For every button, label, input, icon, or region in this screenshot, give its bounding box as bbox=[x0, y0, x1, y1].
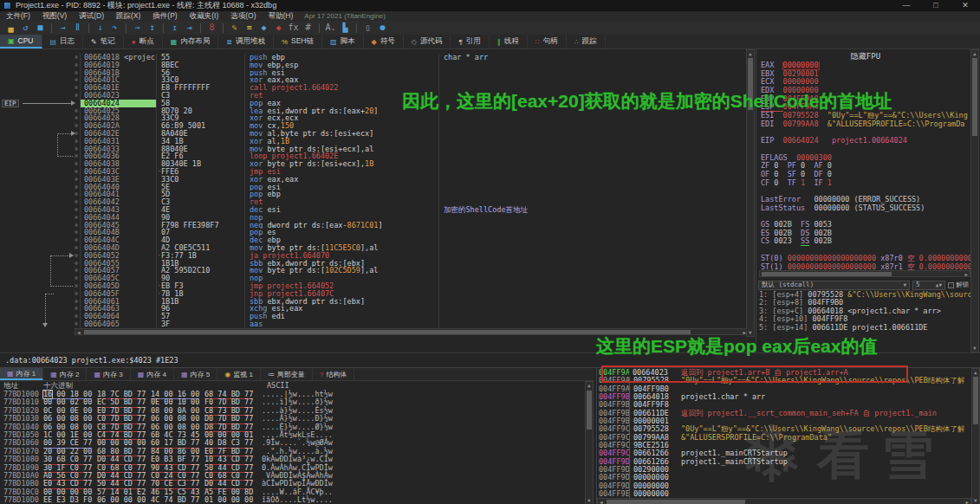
disasm-row[interactable]: 006640198BECmov ebp,esp bbox=[0, 61, 756, 69]
disasm-row[interactable]: 0066402833C9xor ecx,ecx bbox=[0, 114, 756, 122]
breakpoint-dot[interactable] bbox=[75, 262, 78, 265]
register-line[interactable] bbox=[761, 212, 970, 221]
argument-line[interactable]: 1: [esp+4] 00795528 &"C:\\Users\\KingWan… bbox=[756, 291, 970, 299]
disasm-row[interactable]: 0066405C90nop bbox=[0, 275, 756, 282]
tab-引用[interactable]: ¶引用 bbox=[451, 35, 489, 48]
skip-icon[interactable]: ⇥ bbox=[183, 22, 196, 34]
argument-line[interactable]: 3: [esp+C] 00664018 <project1.char * arr… bbox=[756, 307, 970, 315]
breakpoint-dot[interactable] bbox=[75, 307, 78, 310]
disasm-row[interactable]: 00664057A2 595D2C10mov byte ptr ds:[102C… bbox=[0, 267, 756, 275]
tab-线程[interactable]: ∥线程 bbox=[490, 35, 528, 48]
patches-icon[interactable]: ≡ bbox=[243, 22, 256, 34]
disasm-row[interactable]: 00664042C3ret bbox=[0, 198, 756, 206]
disasm-row[interactable]: 0066403E33C0xor eax,eax bbox=[0, 176, 756, 184]
breakpoint-dot[interactable] bbox=[75, 276, 78, 280]
breakpoint-dot[interactable] bbox=[75, 94, 78, 97]
disasm-row[interactable]: 0066406396xchg esi,eax bbox=[0, 305, 756, 313]
stack-hscrollbar[interactable]: ◀▶ bbox=[597, 498, 971, 504]
disasm-row[interactable]: 00664045F798 FFE398F7neg dword ptr ds:[e… bbox=[0, 222, 756, 229]
register-line[interactable]: GS 002B FS 0053 bbox=[761, 221, 970, 229]
menu-item[interactable]: 收藏夹(I) bbox=[184, 11, 225, 22]
breakpoint-dot[interactable] bbox=[75, 55, 78, 59]
menu-item[interactable]: 插件(P) bbox=[146, 11, 183, 22]
hide-fpu-button[interactable]: 隐藏FPU bbox=[761, 51, 970, 61]
stack-panel[interactable]: 004FF9A400664023返回到 project1.arr+B 自 pro… bbox=[596, 368, 980, 504]
register-line[interactable]: EIP 00664024 project1.00664024 bbox=[761, 137, 970, 145]
run-to-user-icon[interactable]: ⇒ bbox=[131, 22, 144, 34]
breakpoint-dot[interactable] bbox=[75, 246, 78, 249]
dump-tab-内存 5[interactable]: ▦内存 5 bbox=[174, 368, 217, 380]
dump-tab-监视 1[interactable]: ◉监视 1 bbox=[217, 368, 261, 380]
breakpoint-dot[interactable] bbox=[75, 292, 78, 295]
register-line[interactable]: OF 0 SF 0 DF 0 bbox=[761, 171, 970, 179]
disasm-row[interactable]: 0066404C4Ddec ebp bbox=[0, 236, 756, 244]
register-line[interactable] bbox=[761, 246, 970, 255]
argument-line[interactable]: 4: [esp+10] 004FF9F8 bbox=[756, 315, 970, 323]
breakpoint-dot[interactable] bbox=[75, 170, 78, 173]
dump-row[interactable]: 77BD10D0EE E3 D3 F006 00 00 004C 74 BD 7… bbox=[0, 496, 594, 504]
disasm-row[interactable]: 00664052·F3:77 1Bja project1.664070 bbox=[0, 252, 756, 260]
breakpoint-dot[interactable] bbox=[75, 71, 78, 74]
registers-vscrollbar[interactable]: ▲▼ bbox=[970, 49, 979, 352]
registers-hscrollbar[interactable]: ▶ bbox=[759, 270, 970, 277]
disasm-row[interactable]: 006640653Faas bbox=[0, 320, 756, 328]
dump-panel[interactable]: ▦内存 1▦内存 2▦内存 3▦内存 4▦内存 5◉监视 1≔局部变量?结构体 … bbox=[0, 368, 594, 504]
tab-句柄[interactable]: ∷句柄 bbox=[528, 35, 567, 48]
argument-line[interactable]: 5: [esp+14] 006611DE project1.006611DE bbox=[756, 324, 970, 332]
breakpoint-dot[interactable] bbox=[75, 63, 78, 67]
breakpoint-dot[interactable] bbox=[75, 86, 78, 89]
stack-vscrollbar[interactable]: ▲▼ bbox=[971, 368, 980, 504]
disasm-row[interactable]: 0066401B56push esi bbox=[0, 69, 756, 77]
disasm-row[interactable]: 0066406457push edi bbox=[0, 313, 756, 320]
tab-内存布局[interactable]: ▦内存布局 bbox=[163, 35, 219, 48]
restart-icon[interactable]: ↺ bbox=[19, 22, 32, 34]
register-line[interactable]: LastStatus 00000000 (STATUS_SUCCESS) bbox=[761, 204, 970, 213]
breakpoint-dot[interactable] bbox=[75, 238, 78, 242]
step-into-icon[interactable]: ↓ bbox=[94, 22, 107, 34]
disasm-row[interactable]: 0066403880340E 1Bxor byte ptr ds:[esi+ec… bbox=[0, 160, 756, 168]
register-line[interactable]: ZF 0 PF 0 AF 0 bbox=[761, 162, 970, 171]
sweep-blue-icon[interactable]: ◆ bbox=[257, 22, 270, 34]
tab-跟踪[interactable]: ∴跟踪 bbox=[567, 35, 606, 48]
argument-count-spinner[interactable]: 5▲▼ bbox=[912, 281, 945, 290]
breakpoint-dot[interactable] bbox=[75, 109, 78, 113]
calling-convention-dropdown[interactable]: 默认 (stdcall)▼ bbox=[758, 281, 910, 290]
sweep-red-icon[interactable]: ◆ bbox=[272, 22, 285, 34]
argument-line[interactable]: 2: [esp+8] 004FF9B0 bbox=[756, 299, 970, 307]
fx-icon[interactable]: fx bbox=[287, 22, 300, 34]
stop-icon[interactable]: ■ bbox=[34, 22, 47, 34]
disasm-row[interactable]: 00664018 <projec55push ebpchar * arr bbox=[0, 54, 756, 61]
dump-vscrollbar[interactable]: ▲▼ bbox=[585, 381, 594, 504]
register-line[interactable]: LastError 00000000 (ERROR_SUCCESS) bbox=[761, 196, 970, 204]
step-out-icon[interactable]: ↧ bbox=[146, 22, 159, 34]
register-line[interactable]: CF 0 TF 1 IF 1 bbox=[761, 179, 970, 188]
tab-SEH链[interactable]: %SEH链 bbox=[274, 35, 322, 48]
menu-item[interactable]: 选项(O) bbox=[224, 11, 262, 22]
breakpoint-dot[interactable] bbox=[75, 216, 78, 219]
execute-till-return-icon[interactable]: ↥ bbox=[168, 22, 181, 34]
disasm-row[interactable]: 0066403C·FFE6jmp esi bbox=[0, 168, 756, 176]
menu-item[interactable]: 跟踪(X) bbox=[110, 11, 146, 22]
graph-icon[interactable]: ▙ bbox=[339, 22, 352, 34]
disasm-row[interactable]: 0066402E8A040Emov al,byte ptr ds:[esi+ec… bbox=[0, 130, 756, 138]
breakpoint-dot[interactable] bbox=[75, 230, 78, 234]
register-line[interactable] bbox=[761, 145, 970, 154]
disasm-row[interactable]: 006640415Dpop ebp bbox=[0, 191, 756, 198]
dump-tab-内存 4[interactable]: ▦内存 4 bbox=[131, 368, 174, 380]
breakpoint-dot[interactable] bbox=[75, 254, 78, 257]
tab-脚本[interactable]: ▨脚本 bbox=[322, 35, 364, 48]
disasm-row[interactable]: 006640434Edec esi加密的ShellCode首地址 bbox=[0, 206, 756, 214]
disasm-row[interactable]: 0066403134 1Bxor al,1B bbox=[0, 138, 756, 145]
breakpoint-dot[interactable] bbox=[75, 78, 78, 81]
register-line[interactable]: ECX 00000000 bbox=[761, 78, 970, 87]
disasm-row[interactable]: 0066402A66:B9 5001mov cx,150 bbox=[0, 122, 756, 130]
breakpoint-dot[interactable] bbox=[75, 322, 78, 326]
checkbox-icon[interactable] bbox=[948, 282, 954, 288]
breakpoint-dot[interactable] bbox=[75, 162, 78, 165]
maximize-button[interactable]: □ bbox=[921, 0, 951, 11]
tab-符号[interactable]: ◆符号 bbox=[364, 35, 404, 48]
tab-断点[interactable]: ●断点 bbox=[124, 35, 163, 48]
unlock-checkbox[interactable]: 解锁 bbox=[948, 281, 969, 289]
tab-日志[interactable]: ▤日志 bbox=[42, 35, 84, 48]
tab-笔记[interactable]: ✎笔记 bbox=[83, 35, 124, 48]
